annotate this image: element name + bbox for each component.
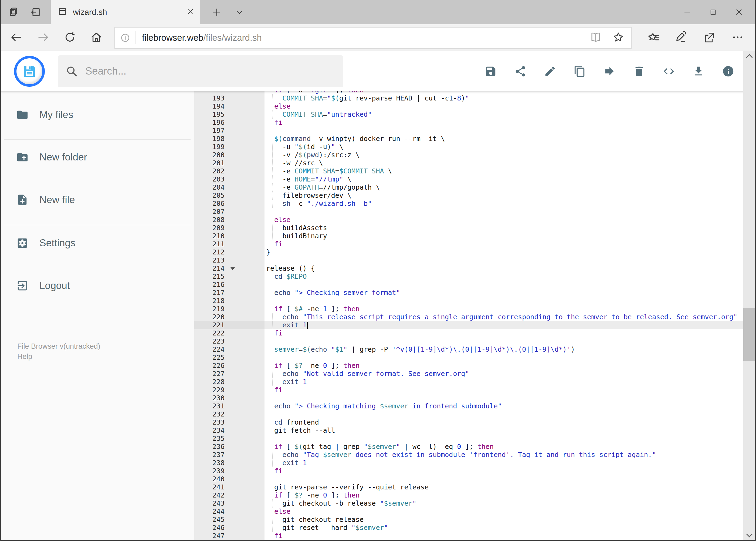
favorite-star-icon[interactable] <box>613 32 624 44</box>
code-line-221[interactable]: 221 exit 1 <box>194 321 743 329</box>
code-line-225[interactable]: 225 <box>194 353 743 362</box>
site-info-icon[interactable] <box>115 31 136 44</box>
code-line-238[interactable]: 238 exit 1 <box>194 459 743 467</box>
info-button[interactable] <box>722 65 734 78</box>
new-tab-button[interactable] <box>211 6 223 18</box>
tab-close-icon[interactable] <box>186 8 194 16</box>
url-text[interactable]: filebrowser.web/files/wizard.sh <box>136 33 590 43</box>
code-line-239[interactable]: 239 fi <box>194 467 743 475</box>
code-line-219[interactable]: 219 if [ $# -ne 1 ]; then <box>194 305 743 313</box>
set-tabs-aside-icon[interactable] <box>8 6 19 18</box>
save-button[interactable] <box>484 65 497 78</box>
code-line-244[interactable]: 244 else <box>194 507 743 516</box>
code-line-245[interactable]: 245 git checkout release <box>194 516 743 524</box>
sidebar-item-new-folder[interactable]: New folder <box>16 151 87 164</box>
share-icon[interactable] <box>703 31 716 45</box>
code-line-200[interactable]: 200 -v /$(pwd):/src:z \ <box>194 151 743 159</box>
download-button[interactable] <box>692 65 705 78</box>
code-line-193[interactable]: 193 COMMIT_SHA="$(git rev-parse HEAD | c… <box>194 94 743 102</box>
code-line-240[interactable]: 240 <box>194 475 743 483</box>
code-line-209[interactable]: 209 buildAssets <box>194 224 743 232</box>
code-line-222[interactable]: 222 fi <box>194 329 743 337</box>
code-line-199[interactable]: 199 -u "$(id -u)" \ <box>194 143 743 151</box>
code-line-229[interactable]: 229 fi <box>194 386 743 394</box>
scrollbar-thumb[interactable] <box>743 308 755 361</box>
sidebar-item-logout[interactable]: Logout <box>16 279 70 292</box>
code-line-236[interactable]: 236 if [ $(git tag | grep "$semver" | wc… <box>194 443 743 451</box>
code-line-194[interactable]: 194 else <box>194 102 743 111</box>
move-button[interactable] <box>603 65 616 78</box>
code-line-234[interactable]: 234 git fetch --all <box>194 426 743 435</box>
code-line-213[interactable]: 213 <box>194 256 743 265</box>
code-line-203[interactable]: 203 -e HOME="//tmp" \ <box>194 175 743 184</box>
code-line[interactable]: if [ -d ".git" ]; then <box>194 91 743 94</box>
scrollbar-up-arrow-icon[interactable] <box>746 54 752 61</box>
annotate-pen-icon[interactable] <box>675 31 688 45</box>
search-box[interactable] <box>58 55 343 87</box>
code-line-226[interactable]: 226 if [ $? -ne 0 ]; then <box>194 362 743 370</box>
code-line-237[interactable]: 237 echo "Tag $semver does not exist in … <box>194 451 743 459</box>
code-line-224[interactable]: 224 semver=$(echo "$1" | grep -P '^v(0|[… <box>194 345 743 353</box>
code-line-214[interactable]: 214release () { <box>194 265 743 272</box>
address-bar[interactable]: filebrowser.web/files/wizard.sh <box>115 27 631 49</box>
refresh-button[interactable] <box>64 31 76 45</box>
code-line-212[interactable]: 212} <box>194 248 743 256</box>
browser-tab[interactable]: wizard.sh <box>51 0 200 24</box>
home-button[interactable] <box>90 31 103 45</box>
code-line-220[interactable]: 220 echo "This release script requires a… <box>194 313 743 321</box>
code-line-235[interactable]: 235 <box>194 435 743 443</box>
code-line-196[interactable]: 196 fi <box>194 119 743 127</box>
window-minimize-button[interactable] <box>678 4 696 20</box>
fold-arrow-icon[interactable] <box>230 268 235 270</box>
code-line-205[interactable]: 205 filebrowser/dev \ <box>194 192 743 200</box>
hub-favorites-icon[interactable] <box>647 31 660 45</box>
code-line-215[interactable]: 215 cd $REPO <box>194 272 743 280</box>
code-line-241[interactable]: 241 git rev-parse --verify --quiet relea… <box>194 483 743 491</box>
sidebar-item-my-files[interactable]: My files <box>16 109 73 121</box>
code-line-242[interactable]: 242 if [ $? -ne 0 ]; then <box>194 491 743 499</box>
code-line-217[interactable]: 217 echo "> Checking semver format" <box>194 289 743 297</box>
filebrowser-logo[interactable] <box>14 56 45 87</box>
page-scrollbar[interactable] <box>743 51 755 540</box>
code-line-218[interactable]: 218 <box>194 297 743 305</box>
code-line-227[interactable]: 227 echo "Not valid semver format. See s… <box>194 370 743 378</box>
code-editor[interactable]: if [ -d ".git" ]; then193 COMMIT_SHA="$(… <box>194 91 743 541</box>
window-maximize-button[interactable] <box>704 4 722 20</box>
scrollbar-down-arrow-icon[interactable] <box>746 531 752 537</box>
code-line-198[interactable]: 198 $(command -v winpty) docker run --rm… <box>194 135 743 143</box>
code-line-216[interactable]: 216 <box>194 280 743 289</box>
code-line-210[interactable]: 210 buildBinary <box>194 232 743 240</box>
code-line-233[interactable]: 233 cd frontend <box>194 418 743 426</box>
sidebar-item-new-file[interactable]: New file <box>16 194 75 206</box>
code-line-197[interactable]: 197 <box>194 127 743 135</box>
delete-button[interactable] <box>633 65 645 78</box>
code-line-206[interactable]: 206 sh -c "./wizard.sh -b" <box>194 200 743 208</box>
code-line-243[interactable]: 243 git checkout -b release "$semver" <box>194 499 743 507</box>
more-menu-icon[interactable] <box>731 31 744 45</box>
code-line-223[interactable]: 223 <box>194 337 743 345</box>
code-line-202[interactable]: 202 -e COMMIT_SHA=$COMMIT_SHA \ <box>194 167 743 175</box>
code-line-228[interactable]: 228 exit 1 <box>194 378 743 386</box>
search-input[interactable] <box>85 65 335 77</box>
window-close-button[interactable] <box>730 4 748 20</box>
help-link[interactable]: Help <box>17 352 32 361</box>
code-line-246[interactable]: 246 git reset --hard "$semver" <box>194 524 743 532</box>
share-button[interactable] <box>514 65 527 78</box>
tab-list-chevron-icon[interactable] <box>233 6 245 18</box>
code-line-204[interactable]: 204 -e GOPATH=//tmp/gopath \ <box>194 184 743 192</box>
code-line-232[interactable]: 232 <box>194 410 743 418</box>
back-button[interactable] <box>10 31 23 45</box>
rename-button[interactable] <box>544 65 556 78</box>
code-line-207[interactable]: 207 <box>194 208 743 216</box>
code-view-button[interactable] <box>662 65 675 78</box>
code-line-208[interactable]: 208 else <box>194 216 743 224</box>
code-line-211[interactable]: 211 fi <box>194 240 743 248</box>
copy-button[interactable] <box>574 65 586 78</box>
code-line-231[interactable]: 231 echo "> Checking matching $semver in… <box>194 402 743 410</box>
code-line-195[interactable]: 195 COMMIT_SHA="untracked" <box>194 111 743 119</box>
code-line-247[interactable]: 247 fi <box>194 532 743 540</box>
sidebar-item-settings[interactable]: Settings <box>16 237 76 249</box>
code-line-230[interactable]: 230 <box>194 394 743 402</box>
code-line-201[interactable]: 201 -w //src \ <box>194 159 743 167</box>
tabs-preview-icon[interactable] <box>30 6 42 18</box>
